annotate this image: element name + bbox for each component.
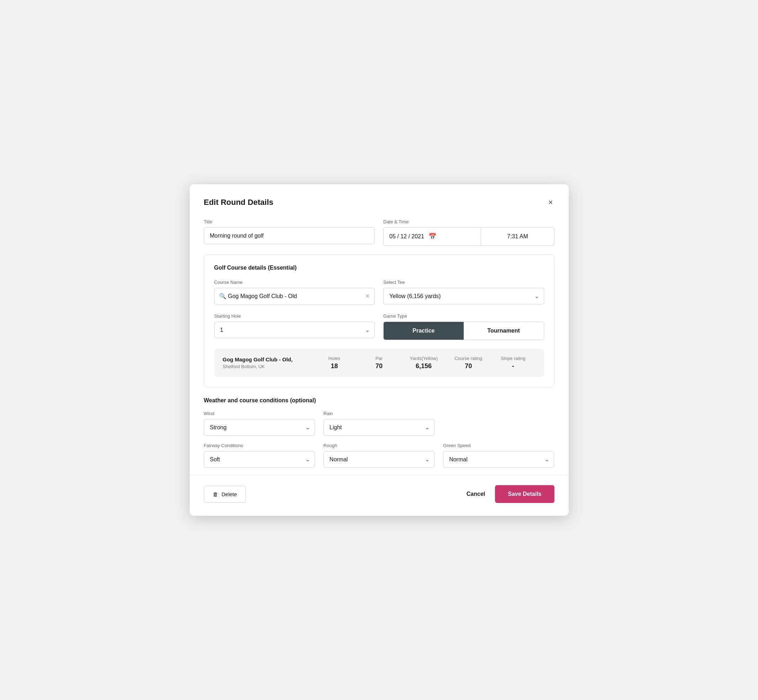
game-type-toggle: Practice Tournament [383,322,544,340]
rain-group: Rain Light None Heavy ⌄ [324,411,434,436]
par-label: Par [357,356,401,361]
course-info-name-group: Gog Magog Golf Club - Old, Shelford Bott… [223,356,312,369]
delete-label: Delete [222,491,237,497]
course-info-location: Shelford Bottom, UK [223,364,312,369]
course-info-bar: Gog Magog Golf Club - Old, Shelford Bott… [214,348,544,377]
wind-label: Wind [204,411,315,416]
golf-course-title: Golf Course details (Essential) [214,265,544,271]
tournament-button[interactable]: Tournament [464,322,544,340]
rough-group: Rough Normal Long Short ⌄ [324,443,434,468]
stat-par: Par 70 [357,356,401,370]
rain-dropdown[interactable]: Light None Heavy [324,419,434,436]
rough-dropdown[interactable]: Normal Long Short [324,451,434,468]
green-speed-wrapper: Normal Slow Fast ⌄ [443,451,554,468]
par-value: 70 [357,362,401,370]
yards-label: Yards(Yellow) [401,356,446,361]
green-speed-label: Green Speed [443,443,554,448]
hole-gametype-row: Starting Hole 1 ⌄ Game Type Practice Tou… [214,313,544,340]
modal-title: Edit Round Details [204,198,274,207]
fairway-group: Fairway Conditions Soft Normal Firm ⌄ [204,443,315,468]
wind-group: Wind Strong Light None Calm ⌄ [204,411,315,436]
green-speed-group: Green Speed Normal Slow Fast ⌄ [443,443,554,468]
course-name-input[interactable] [214,288,375,305]
holes-value: 18 [312,362,357,370]
trash-icon: 🗑 [213,491,218,497]
title-datetime-row: Title Date & Time 05 / 12 / 2021 📅 7:31 … [204,219,554,246]
starting-hole-dropdown[interactable]: 1 [214,322,375,338]
edit-round-modal: Edit Round Details × Title Date & Time 0… [190,184,568,516]
rain-wrapper: Light None Heavy ⌄ [324,419,434,436]
datetime-group: Date & Time 05 / 12 / 2021 📅 7:31 AM [383,219,554,246]
starting-hole-group: Starting Hole 1 ⌄ [214,313,375,340]
title-input[interactable] [204,227,375,244]
stat-course-rating: Course rating 70 [446,356,491,370]
select-tee-group: Select Tee Yellow (6,156 yards) ⌄ [383,280,544,305]
stat-slope-rating: Slope rating - [491,356,536,370]
delete-button[interactable]: 🗑 Delete [204,486,246,503]
course-name-group: Course Name 🔍 ✕ [214,280,375,305]
datetime-label: Date & Time [383,219,554,225]
conditions-section: Weather and course conditions (optional)… [204,397,554,468]
course-info-name: Gog Magog Golf Club - Old, [223,356,312,362]
wind-rain-row: Wind Strong Light None Calm ⌄ Rain Light [204,411,554,436]
game-type-label: Game Type [383,313,544,319]
fairway-rough-green-row: Fairway Conditions Soft Normal Firm ⌄ Ro… [204,443,554,468]
select-tee-wrapper: Yellow (6,156 yards) ⌄ [383,288,544,305]
date-value: 05 / 12 / 2021 [389,233,424,240]
course-rating-label: Course rating [446,356,491,361]
search-icon: 🔍 [219,293,226,300]
wind-wrapper: Strong Light None Calm ⌄ [204,419,315,436]
select-tee-dropdown[interactable]: Yellow (6,156 yards) [383,288,544,305]
footer-right: Cancel Save Details [467,485,554,503]
course-tee-row: Course Name 🔍 ✕ Select Tee Yellow (6,156… [214,280,544,305]
stat-yards: Yards(Yellow) 6,156 [401,356,446,370]
course-name-search-wrapper: 🔍 ✕ [214,288,375,305]
time-value: 7:31 AM [507,233,528,240]
title-group: Title [204,219,375,246]
clear-icon[interactable]: ✕ [365,293,370,300]
green-speed-dropdown[interactable]: Normal Slow Fast [443,451,554,468]
golf-course-section: Golf Course details (Essential) Course N… [204,254,554,388]
time-input[interactable]: 7:31 AM [481,227,554,246]
title-label: Title [204,219,375,225]
yards-value: 6,156 [401,362,446,370]
rain-label: Rain [324,411,434,416]
wind-dropdown[interactable]: Strong Light None Calm [204,419,315,436]
starting-hole-wrapper: 1 ⌄ [214,322,375,338]
slope-rating-value: - [491,362,536,370]
slope-rating-label: Slope rating [491,356,536,361]
practice-button[interactable]: Practice [384,322,464,340]
date-input[interactable]: 05 / 12 / 2021 📅 [383,227,481,246]
fairway-label: Fairway Conditions [204,443,315,448]
holes-label: Holes [312,356,357,361]
select-tee-label: Select Tee [383,280,544,285]
starting-hole-label: Starting Hole [214,313,375,319]
date-time-wrapper: 05 / 12 / 2021 📅 7:31 AM [383,227,554,246]
rough-label: Rough [324,443,434,448]
course-name-label: Course Name [214,280,375,285]
close-button[interactable]: × [547,197,554,208]
calendar-icon: 📅 [429,233,436,241]
stat-holes: Holes 18 [312,356,357,370]
cancel-button[interactable]: Cancel [467,491,485,497]
modal-header: Edit Round Details × [204,197,554,208]
course-rating-value: 70 [446,362,491,370]
game-type-group: Game Type Practice Tournament [383,313,544,340]
rough-wrapper: Normal Long Short ⌄ [324,451,434,468]
footer-row: 🗑 Delete Cancel Save Details [204,485,554,503]
fairway-dropdown[interactable]: Soft Normal Firm [204,451,315,468]
footer-divider [190,475,568,475]
fairway-wrapper: Soft Normal Firm ⌄ [204,451,315,468]
conditions-title: Weather and course conditions (optional) [204,397,554,404]
save-button[interactable]: Save Details [495,485,554,503]
